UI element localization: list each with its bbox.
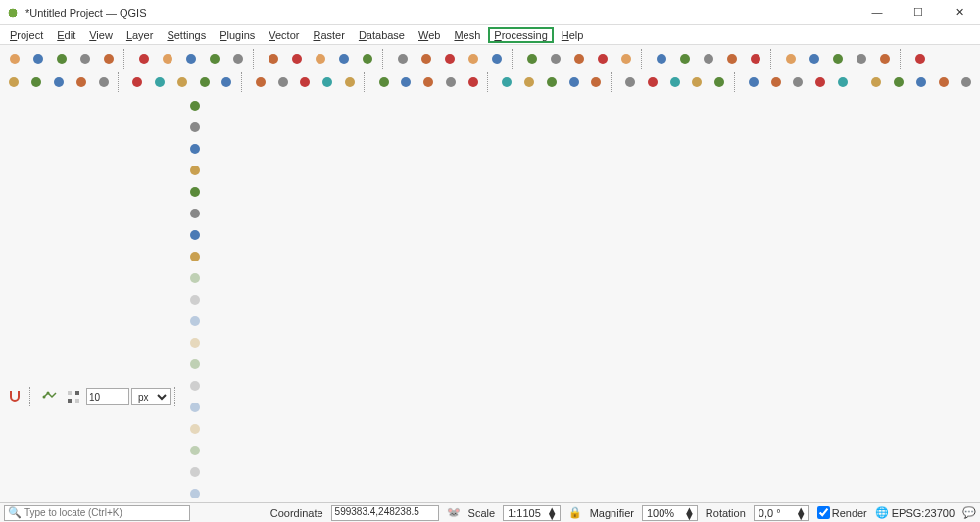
toolbar-button[interactable] (486, 48, 508, 70)
segment-length-input[interactable] (86, 388, 129, 405)
minimize-button[interactable]: — (862, 6, 892, 19)
toolbar-button[interactable] (373, 71, 394, 93)
render-checkbox[interactable] (817, 506, 830, 519)
toolbar-button[interactable] (788, 71, 808, 93)
toolbar-button[interactable] (439, 48, 461, 70)
toolbar-button[interactable] (810, 71, 831, 93)
toolbar-button[interactable] (157, 48, 178, 70)
toolbar-button[interactable] (74, 48, 96, 70)
toolbar-button[interactable] (874, 48, 896, 70)
toolbar-button[interactable] (497, 71, 517, 93)
toolbar-button[interactable] (889, 71, 909, 93)
toolbar-button[interactable] (392, 48, 414, 70)
toolbar-button[interactable] (519, 71, 540, 93)
locator-input[interactable] (24, 507, 186, 518)
maximize-button[interactable]: ☐ (904, 6, 933, 19)
toolbar-button[interactable] (184, 267, 206, 289)
menu-help[interactable]: Help (556, 27, 590, 43)
toolbar-button[interactable] (4, 71, 24, 93)
toolbar-button[interactable] (418, 71, 439, 93)
toolbar-button[interactable] (263, 48, 284, 70)
toolbar-button[interactable] (956, 71, 976, 93)
toolbar-button[interactable] (184, 289, 206, 310)
toolbar-button[interactable] (642, 71, 662, 93)
toolbar-button[interactable] (194, 71, 215, 93)
toolbar-button[interactable] (184, 397, 206, 418)
toolbar-button[interactable] (710, 71, 730, 93)
crs-button[interactable]: 🌐 EPSG:23700 (875, 506, 955, 519)
toolbar-button[interactable] (568, 48, 590, 70)
toolbar-button[interactable] (333, 48, 355, 70)
toolbar-button[interactable] (184, 95, 206, 117)
toolbar-button[interactable] (184, 483, 206, 504)
point-tool-button[interactable] (63, 386, 84, 407)
toolbar-button[interactable] (250, 71, 270, 93)
toolbar-button[interactable] (26, 71, 47, 93)
menu-project[interactable]: Project (4, 27, 49, 43)
toolbar-button[interactable] (184, 375, 206, 397)
menu-plugins[interactable]: Plugins (214, 27, 261, 43)
toolbar-button[interactable] (184, 246, 206, 267)
toolbar-button[interactable] (396, 71, 416, 93)
rotation-input[interactable]: 0,0 °▲▼ (754, 505, 809, 521)
toolbar-button[interactable] (310, 48, 331, 70)
menu-vector[interactable]: Vector (263, 27, 305, 43)
toolbar-button[interactable] (98, 48, 120, 70)
toolbar-button[interactable] (441, 71, 462, 93)
toolbar-button[interactable] (4, 48, 25, 70)
toolbar-button[interactable] (184, 332, 206, 354)
toolbar-button[interactable] (463, 48, 484, 70)
toolbar-button[interactable] (184, 354, 206, 375)
menu-edit[interactable]: Edit (51, 27, 81, 43)
snapping-button[interactable] (4, 386, 25, 407)
toolbar-button[interactable] (780, 48, 802, 70)
toolbar-button[interactable] (866, 71, 887, 93)
menu-processing[interactable]: Processing (488, 27, 553, 43)
menu-settings[interactable]: Settings (161, 27, 212, 43)
segment-unit-select[interactable]: px (131, 388, 171, 405)
menu-database[interactable]: Database (353, 27, 411, 43)
toolbar-button[interactable] (743, 71, 763, 93)
toolbar-button[interactable] (204, 48, 225, 70)
toolbar-button[interactable] (286, 48, 308, 70)
toolbar-button[interactable] (745, 48, 766, 70)
menu-layer[interactable]: Layer (121, 27, 160, 43)
toolbar-button[interactable] (765, 71, 786, 93)
toolbar-button[interactable] (227, 48, 249, 70)
toolbar-button[interactable] (318, 71, 338, 93)
toolbar-button[interactable] (933, 71, 954, 93)
toolbar-button[interactable] (911, 71, 932, 93)
toolbar-button[interactable] (184, 418, 206, 440)
close-button[interactable]: ✕ (945, 6, 974, 19)
toolbar-button[interactable] (463, 71, 483, 93)
toolbar-button[interactable] (357, 48, 378, 70)
toolbar-button[interactable] (687, 71, 708, 93)
toolbar-button[interactable] (184, 138, 206, 160)
menu-view[interactable]: View (83, 27, 119, 43)
toolbar-button[interactable] (272, 71, 293, 93)
toolbar-button[interactable] (340, 71, 361, 93)
toolbar-button[interactable] (698, 48, 719, 70)
toolbar-button[interactable] (133, 48, 155, 70)
toolbar-button[interactable] (827, 48, 849, 70)
render-toggle[interactable]: Render (817, 506, 867, 519)
menu-raster[interactable]: Raster (307, 27, 350, 43)
lock-icon[interactable]: 🔒 (568, 506, 582, 519)
menu-web[interactable]: Web (413, 27, 446, 43)
toolbar-button[interactable] (851, 48, 872, 70)
toolbar-button[interactable] (217, 71, 237, 93)
toolbar-button[interactable] (620, 71, 641, 93)
toolbar-button[interactable] (615, 48, 637, 70)
toolbar-button[interactable] (93, 71, 114, 93)
coord-extents-button[interactable]: 🐭 (447, 506, 461, 519)
toolbar-button[interactable] (51, 48, 73, 70)
toolbar-button[interactable] (184, 117, 206, 138)
messages-button[interactable]: 💬 (962, 506, 976, 519)
toolbar-button[interactable] (184, 224, 206, 246)
menu-mesh[interactable]: Mesh (448, 27, 486, 43)
toolbar-button[interactable] (721, 48, 743, 70)
toolbar-button[interactable] (651, 48, 672, 70)
toolbar-button[interactable] (184, 181, 206, 203)
toolbar-button[interactable] (127, 71, 148, 93)
toolbar-button[interactable] (184, 461, 206, 483)
